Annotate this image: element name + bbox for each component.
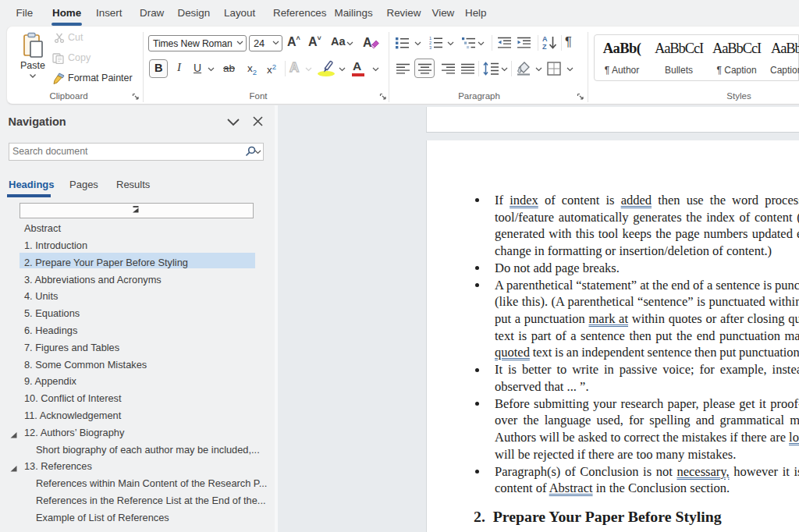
svg-text:A: A	[542, 35, 548, 43]
svg-text:3: 3	[429, 45, 431, 49]
svg-text:A: A	[363, 36, 372, 49]
svg-text:Z: Z	[542, 43, 547, 50]
